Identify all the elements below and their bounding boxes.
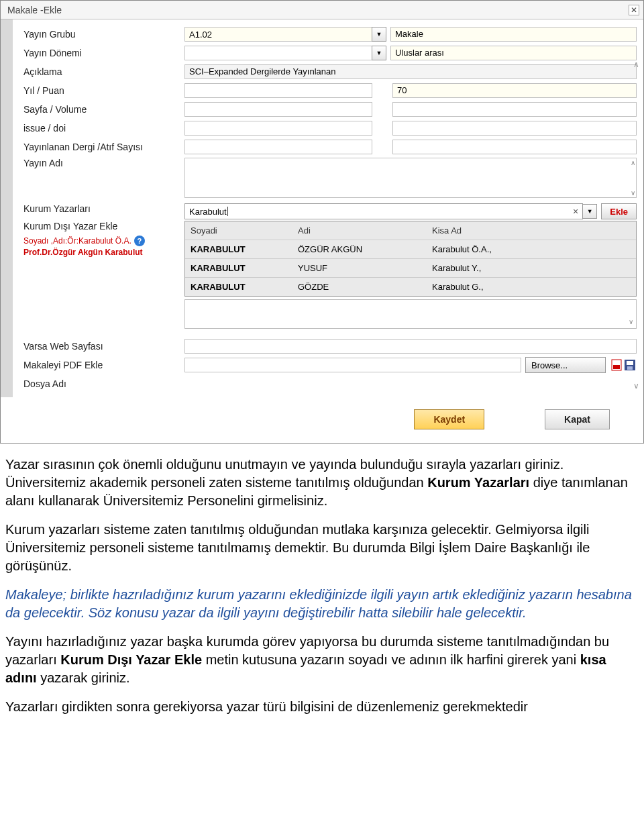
label-yayin-donemi: Yayın Dönemi <box>23 48 184 58</box>
label-sayfa-volume: Sayfa / Volume <box>23 104 184 115</box>
web-sayfasi-field[interactable] <box>184 339 637 354</box>
author-suggest-list: Soyadi Adi Kisa Ad KARABULUT ÖZGÜR AKGÜN… <box>184 221 637 297</box>
yil-field[interactable] <box>184 83 372 98</box>
doi-field[interactable] <box>392 121 637 136</box>
label-web-sayfasi: Varsa Web Sayfası <box>23 341 184 352</box>
scroll-up-icon[interactable]: ∧ <box>633 60 639 69</box>
pdf-path-field[interactable] <box>184 358 521 372</box>
svg-rect-3 <box>627 361 633 365</box>
add-article-dialog: Makale -Ekle ✕ ∧ Yayın Grubu A1.02 ▼ Mak… <box>0 0 644 444</box>
scroll-down-icon[interactable]: ∨ <box>633 381 639 391</box>
dialog-title: Makale -Ekle <box>7 5 62 15</box>
suggest-row[interactable]: KARABULUT GÖZDE Karabulut G., <box>185 278 636 296</box>
selected-author-name: Prof.Dr.Özgür Akgün Karabulut <box>23 248 184 257</box>
label-yayin-grubu: Yayın Grubu <box>23 29 184 40</box>
yayin-donemi-select[interactable] <box>184 46 372 60</box>
volume-field[interactable] <box>392 102 637 117</box>
chevron-down-icon[interactable]: ▼ <box>372 27 386 42</box>
instructions-block: Yazar sırasının çok önemli olduğunu unut… <box>0 444 644 732</box>
instruction-p4: Yayını hazırladığınız yazar başka kurumd… <box>5 633 639 687</box>
scroll-down-icon[interactable]: ∨ <box>629 318 633 325</box>
instruction-p3: Makaleye; birlikte hazrıladığınız kurum … <box>5 586 639 622</box>
help-icon[interactable]: ? <box>134 236 145 246</box>
save-icon[interactable] <box>623 358 637 372</box>
browse-button[interactable]: Browse... <box>525 357 606 373</box>
svg-rect-4 <box>627 366 633 370</box>
dergi-field[interactable] <box>184 140 372 154</box>
atif-field[interactable] <box>392 140 637 154</box>
scroll-down-icon[interactable]: ∨ <box>631 189 635 197</box>
author-search-input[interactable]: Karabulut × <box>184 203 583 219</box>
instruction-p1: Yazar sırasının çok önemli olduğunu unut… <box>5 456 639 510</box>
author-added-list[interactable]: ∨ <box>184 299 637 329</box>
hint-author-format: Soyadı ,Adı:Ör:Karabulut Ö.A. ? <box>23 236 184 246</box>
label-kurum-disi-yazar: Kurum Dışı Yazar Ekle <box>23 221 184 236</box>
sayfa-field[interactable] <box>184 102 372 117</box>
clear-icon[interactable]: × <box>573 206 578 217</box>
label-yayin-adi: Yayın Adı <box>23 158 184 168</box>
svg-rect-1 <box>613 365 620 369</box>
left-strip <box>1 19 13 397</box>
close-icon[interactable]: ✕ <box>629 5 639 15</box>
yayin-adi-textarea[interactable] <box>184 158 637 198</box>
issue-field[interactable] <box>184 121 372 136</box>
yayin-donemi-extra-field[interactable]: Uluslar arası <box>390 46 637 60</box>
suggest-header: Soyadi Adi Kisa Ad <box>185 221 636 240</box>
instruction-p2: Kurum yazarları sisteme zaten tanıtılmış… <box>5 521 639 575</box>
save-button[interactable]: Kaydet <box>414 409 484 429</box>
chevron-down-icon[interactable]: ▼ <box>372 46 386 60</box>
yayin-grubu-name-field[interactable]: Makale <box>390 27 637 42</box>
label-issue-doi: issue / doi <box>23 123 184 134</box>
label-pdf-ekle: Makaleyi PDF Ekle <box>23 360 184 370</box>
dialog-footer: Kaydet Kapat <box>1 397 643 443</box>
label-yil-puan: Yıl / Puan <box>23 85 184 96</box>
scroll-up-icon[interactable]: ∧ <box>631 159 635 166</box>
aciklama-field: SCI–Expanded Dergilerde Yayınlanan <box>184 64 637 79</box>
label-dergi-atif: Yayınlanan Dergi /Atıf Sayısı <box>23 142 184 152</box>
label-dosya-adi: Dosya Adı <box>23 378 184 389</box>
title-bar: Makale -Ekle ✕ <box>1 1 643 19</box>
label-kurum-yazarlari: Kurum Yazarları <box>23 203 184 221</box>
pdf-icon[interactable] <box>610 358 623 372</box>
suggest-row[interactable]: KARABULUT YUSUF Karabulut Y., <box>185 259 636 278</box>
instruction-p5: Yazarları girdikten sonra gerekiyorsa ya… <box>5 698 639 716</box>
chevron-down-icon[interactable]: ▼ <box>582 204 597 219</box>
suggest-row[interactable]: KARABULUT ÖZGÜR AKGÜN Karabulut Ö.A., <box>185 240 636 259</box>
add-author-button[interactable]: Ekle <box>601 203 637 219</box>
close-button[interactable]: Kapat <box>545 409 610 429</box>
label-aciklama: Açıklama <box>23 66 184 77</box>
yayin-grubu-select[interactable]: A1.02 <box>184 27 372 42</box>
puan-field[interactable]: 70 <box>392 83 637 98</box>
